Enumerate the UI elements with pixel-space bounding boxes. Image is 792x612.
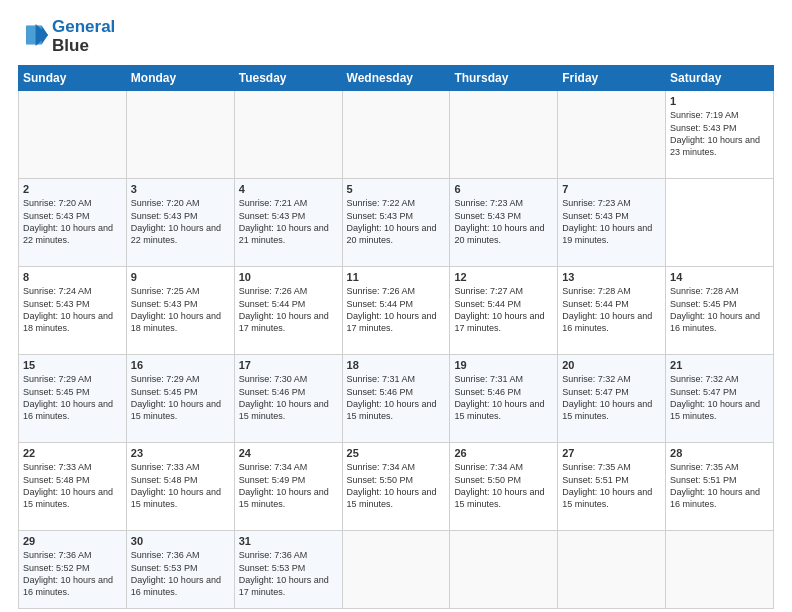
calendar-cell: 25 Sunrise: 7:34 AM Sunset: 5:50 PM Dayl… [342,443,450,531]
day-info: Sunrise: 7:22 AM Sunset: 5:43 PM Dayligh… [347,197,446,246]
sunrise: Sunrise: 7:27 AM [454,285,553,297]
day-info: Sunrise: 7:19 AM Sunset: 5:43 PM Dayligh… [670,109,769,158]
calendar-cell: 24 Sunrise: 7:34 AM Sunset: 5:49 PM Dayl… [234,443,342,531]
sunset: Sunset: 5:46 PM [454,386,553,398]
daylight: Daylight: 10 hours and 22 minutes. [23,222,122,246]
day-info: Sunrise: 7:29 AM Sunset: 5:45 PM Dayligh… [23,373,122,422]
sunset: Sunset: 5:49 PM [239,474,338,486]
daylight: Daylight: 10 hours and 15 minutes. [562,398,661,422]
calendar-cell: 20 Sunrise: 7:32 AM Sunset: 5:47 PM Dayl… [558,355,666,443]
daylight: Daylight: 10 hours and 17 minutes. [454,310,553,334]
sunset: Sunset: 5:43 PM [239,210,338,222]
day-info: Sunrise: 7:34 AM Sunset: 5:49 PM Dayligh… [239,461,338,510]
logo-text-blue: Blue [52,37,115,56]
sunrise: Sunrise: 7:24 AM [23,285,122,297]
logo-icon [20,21,48,49]
day-number: 16 [131,359,230,371]
sunrise: Sunrise: 7:35 AM [562,461,661,473]
daylight: Daylight: 10 hours and 17 minutes. [239,574,338,598]
sunset: Sunset: 5:43 PM [23,298,122,310]
sunrise: Sunrise: 7:23 AM [454,197,553,209]
calendar-cell: 7 Sunrise: 7:23 AM Sunset: 5:43 PM Dayli… [558,179,666,267]
header: General Blue [18,18,774,55]
day-number: 1 [670,95,769,107]
daylight: Daylight: 10 hours and 17 minutes. [239,310,338,334]
day-info: Sunrise: 7:20 AM Sunset: 5:43 PM Dayligh… [23,197,122,246]
calendar-cell [342,531,450,609]
calendar-header-row: SundayMondayTuesdayWednesdayThursdayFrid… [19,66,774,91]
day-info: Sunrise: 7:23 AM Sunset: 5:43 PM Dayligh… [454,197,553,246]
day-number: 28 [670,447,769,459]
day-info: Sunrise: 7:20 AM Sunset: 5:43 PM Dayligh… [131,197,230,246]
calendar-day-header: Saturday [666,66,774,91]
calendar-cell: 29 Sunrise: 7:36 AM Sunset: 5:52 PM Dayl… [19,531,127,609]
calendar-cell: 10 Sunrise: 7:26 AM Sunset: 5:44 PM Dayl… [234,267,342,355]
calendar-day-header: Tuesday [234,66,342,91]
calendar-cell: 23 Sunrise: 7:33 AM Sunset: 5:48 PM Dayl… [126,443,234,531]
calendar-day-header: Friday [558,66,666,91]
day-number: 29 [23,535,122,547]
calendar-cell: 6 Sunrise: 7:23 AM Sunset: 5:43 PM Dayli… [450,179,558,267]
day-number: 26 [454,447,553,459]
calendar-cell: 15 Sunrise: 7:29 AM Sunset: 5:45 PM Dayl… [19,355,127,443]
calendar-cell: 31 Sunrise: 7:36 AM Sunset: 5:53 PM Dayl… [234,531,342,609]
logo-text-general: General [52,17,115,36]
calendar-cell [450,531,558,609]
calendar-day-header: Monday [126,66,234,91]
daylight: Daylight: 10 hours and 22 minutes. [131,222,230,246]
calendar-cell: 2 Sunrise: 7:20 AM Sunset: 5:43 PM Dayli… [19,179,127,267]
sunset: Sunset: 5:53 PM [239,562,338,574]
daylight: Daylight: 10 hours and 15 minutes. [131,398,230,422]
logo: General Blue [18,18,115,55]
calendar-day-header: Wednesday [342,66,450,91]
day-number: 19 [454,359,553,371]
day-number: 10 [239,271,338,283]
calendar-cell: 3 Sunrise: 7:20 AM Sunset: 5:43 PM Dayli… [126,179,234,267]
sunset: Sunset: 5:43 PM [131,210,230,222]
day-info: Sunrise: 7:33 AM Sunset: 5:48 PM Dayligh… [131,461,230,510]
calendar-cell: 18 Sunrise: 7:31 AM Sunset: 5:46 PM Dayl… [342,355,450,443]
sunset: Sunset: 5:44 PM [239,298,338,310]
sunrise: Sunrise: 7:26 AM [347,285,446,297]
sunset: Sunset: 5:43 PM [670,122,769,134]
day-number: 2 [23,183,122,195]
day-info: Sunrise: 7:36 AM Sunset: 5:53 PM Dayligh… [131,549,230,598]
sunrise: Sunrise: 7:29 AM [131,373,230,385]
calendar-cell: 8 Sunrise: 7:24 AM Sunset: 5:43 PM Dayli… [19,267,127,355]
day-number: 15 [23,359,122,371]
day-info: Sunrise: 7:30 AM Sunset: 5:46 PM Dayligh… [239,373,338,422]
calendar-cell: 11 Sunrise: 7:26 AM Sunset: 5:44 PM Dayl… [342,267,450,355]
sunset: Sunset: 5:44 PM [454,298,553,310]
daylight: Daylight: 10 hours and 16 minutes. [23,574,122,598]
sunset: Sunset: 5:51 PM [670,474,769,486]
day-info: Sunrise: 7:28 AM Sunset: 5:44 PM Dayligh… [562,285,661,334]
calendar-cell: 21 Sunrise: 7:32 AM Sunset: 5:47 PM Dayl… [666,355,774,443]
day-info: Sunrise: 7:26 AM Sunset: 5:44 PM Dayligh… [239,285,338,334]
daylight: Daylight: 10 hours and 17 minutes. [347,310,446,334]
sunrise: Sunrise: 7:32 AM [670,373,769,385]
daylight: Daylight: 10 hours and 21 minutes. [239,222,338,246]
day-number: 22 [23,447,122,459]
day-number: 21 [670,359,769,371]
day-info: Sunrise: 7:36 AM Sunset: 5:52 PM Dayligh… [23,549,122,598]
sunrise: Sunrise: 7:25 AM [131,285,230,297]
day-info: Sunrise: 7:29 AM Sunset: 5:45 PM Dayligh… [131,373,230,422]
sunset: Sunset: 5:52 PM [23,562,122,574]
daylight: Daylight: 10 hours and 20 minutes. [454,222,553,246]
sunrise: Sunrise: 7:20 AM [23,197,122,209]
sunset: Sunset: 5:45 PM [23,386,122,398]
sunset: Sunset: 5:45 PM [131,386,230,398]
sunrise: Sunrise: 7:35 AM [670,461,769,473]
calendar-cell: 26 Sunrise: 7:34 AM Sunset: 5:50 PM Dayl… [450,443,558,531]
day-number: 17 [239,359,338,371]
day-number: 18 [347,359,446,371]
sunset: Sunset: 5:46 PM [347,386,446,398]
sunset: Sunset: 5:51 PM [562,474,661,486]
sunrise: Sunrise: 7:29 AM [23,373,122,385]
day-info: Sunrise: 7:35 AM Sunset: 5:51 PM Dayligh… [670,461,769,510]
calendar-cell [342,91,450,179]
calendar-cell: 28 Sunrise: 7:35 AM Sunset: 5:51 PM Dayl… [666,443,774,531]
day-info: Sunrise: 7:35 AM Sunset: 5:51 PM Dayligh… [562,461,661,510]
day-number: 3 [131,183,230,195]
day-info: Sunrise: 7:34 AM Sunset: 5:50 PM Dayligh… [347,461,446,510]
